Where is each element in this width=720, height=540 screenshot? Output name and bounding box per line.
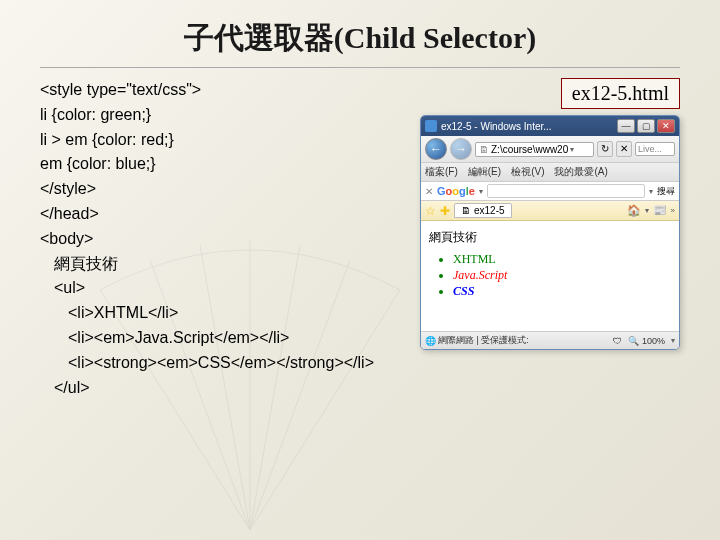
ie-favicon-icon [425,120,437,132]
code-line: <li>XHTML</li> [40,301,400,326]
code-line: li > em {color: red;} [40,128,400,153]
code-block: <style type="text/css"> li {color: green… [40,78,400,400]
code-line: </head> [40,202,400,227]
chevron-down-icon[interactable]: ▾ [671,336,675,345]
stop-button[interactable]: ✕ [616,141,632,157]
google-logo[interactable]: Google [437,185,475,197]
search-button[interactable]: 搜尋 [657,185,675,198]
browser-window: ex12-5 - Windows Inter... — ▢ ✕ ← → 🗎 Z:… [420,115,680,350]
code-line: </style> [40,177,400,202]
close-toolbar-icon[interactable]: ✕ [425,186,433,197]
menu-view[interactable]: 檢視(V) [511,165,544,179]
close-button[interactable]: ✕ [657,119,675,133]
search-input[interactable]: Live... [635,142,675,156]
title-divider [40,67,680,68]
home-icon[interactable]: 🏠 [627,204,641,217]
window-title: ex12-5 - Windows Inter... [441,121,617,132]
protected-mode-icon[interactable]: 🛡 [613,336,622,346]
menu-file[interactable]: 檔案(F) [425,165,458,179]
filename-label: ex12-5.html [561,78,680,109]
zoom-level[interactable]: 🔍 100% [628,336,665,346]
google-toolbar: ✕ Google ▾ ▾ 搜尋 [421,182,679,201]
statusbar: 🌐 網際網路 | 受保護模式: 🛡 🔍 100% ▾ [421,331,679,349]
favorites-bar: ☆ ✚ 🗎 ex12-5 🏠 ▾ 📰 » [421,201,679,221]
internet-zone-icon: 🌐 [425,336,436,346]
list-item: Java.Script [453,268,671,283]
code-line: li {color: green;} [40,103,400,128]
code-line: em {color: blue;} [40,152,400,177]
page-favicon-icon: 🗎 [461,205,471,216]
list-item: XHTML [453,252,671,267]
code-line: <ul> [40,276,400,301]
chevron-down-icon[interactable]: ▾ [649,187,653,196]
maximize-button[interactable]: ▢ [637,119,655,133]
code-line: <li><strong><em>CSS</em></strong></li> [40,351,400,376]
code-line: <style type="text/css"> [40,78,400,103]
add-favorite-icon[interactable]: ✚ [440,204,450,218]
address-bar[interactable]: 🗎 Z:\course\www20 ▾ [475,142,594,157]
page-viewport: 網頁技術 XHTML Java.Script CSS [421,221,679,331]
slide-title: 子代選取器(Child Selector) [0,0,720,67]
code-line: <body> [40,227,400,252]
chevron-down-icon[interactable]: ▾ [570,145,574,154]
feed-icon[interactable]: 📰 [653,204,667,217]
drive-icon: 🗎 [479,144,489,155]
chevron-down-icon[interactable]: ▾ [645,206,649,215]
google-search-input[interactable] [487,184,645,198]
titlebar: ex12-5 - Windows Inter... — ▢ ✕ [421,116,679,136]
nav-toolbar: ← → 🗎 Z:\course\www20 ▾ ↻ ✕ Live... [421,136,679,163]
zone-text: 網際網路 | 受保護模式: [438,334,529,347]
code-line: 網頁技術 [40,252,400,277]
page-heading: 網頁技術 [429,229,671,246]
code-line: <li><em>Java.Script</em></li> [40,326,400,351]
tab-label: ex12-5 [474,205,505,216]
menubar: 檔案(F) 編輯(E) 檢視(V) 我的最愛(A) [421,163,679,182]
refresh-button[interactable]: ↻ [597,141,613,157]
minimize-button[interactable]: — [617,119,635,133]
menu-favorites[interactable]: 我的最愛(A) [554,165,607,179]
forward-button[interactable]: → [450,138,472,160]
code-line: </ul> [40,376,400,401]
page-list: XHTML Java.Script CSS [429,252,671,299]
favorites-star-icon[interactable]: ☆ [425,204,436,218]
chevron-right-icon[interactable]: » [671,206,675,215]
menu-edit[interactable]: 編輯(E) [468,165,501,179]
chevron-down-icon[interactable]: ▾ [479,187,483,196]
address-text: Z:\course\www20 [491,144,568,155]
back-button[interactable]: ← [425,138,447,160]
list-item: CSS [453,284,671,299]
tab-active[interactable]: 🗎 ex12-5 [454,203,512,218]
